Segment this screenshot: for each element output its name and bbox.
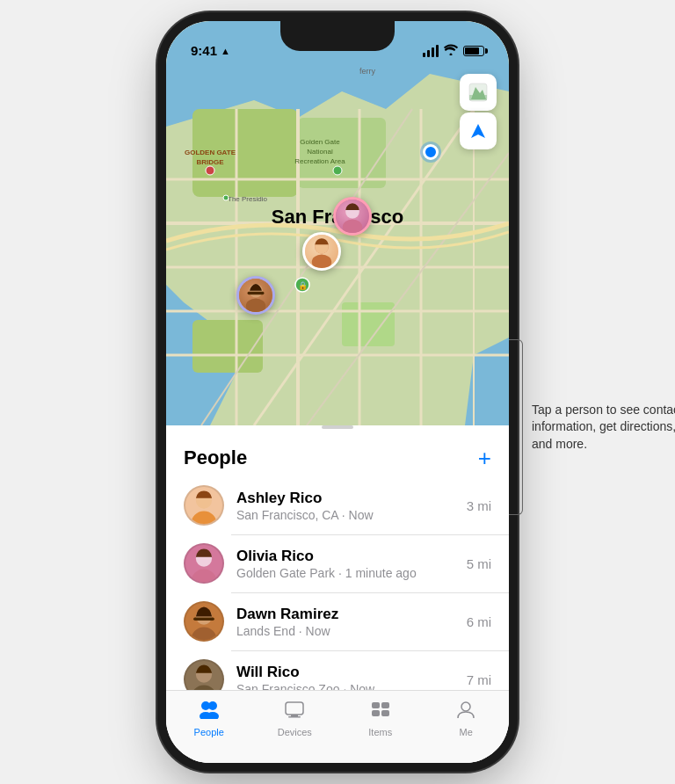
map-controls — [460, 74, 497, 149]
status-time: 9:41 ▲ — [191, 43, 230, 58]
svg-point-30 — [333, 166, 342, 175]
person-distance-dawn: 6 mi — [467, 614, 491, 629]
location-dot — [423, 144, 439, 160]
person-distance-olivia: 5 mi — [467, 556, 491, 571]
person-distance-will: 7 mi — [467, 672, 491, 687]
panel-title: People — [184, 446, 247, 469]
person-item-olivia[interactable]: Olivia Rico Golden Gate Park · 1 minute … — [166, 534, 509, 592]
svg-text:The Presidio: The Presidio — [228, 195, 267, 203]
tab-devices[interactable]: Devices — [252, 700, 338, 737]
annotation-bracket — [509, 339, 523, 515]
svg-rect-62 — [372, 702, 380, 708]
svg-rect-60 — [291, 715, 298, 716]
svg-rect-6 — [192, 320, 263, 373]
status-icons — [423, 44, 484, 58]
people-tab-icon — [198, 700, 221, 724]
drag-handle — [322, 425, 353, 429]
location-indicator: ▲ — [221, 46, 230, 56]
svg-rect-45 — [469, 95, 487, 100]
person-location-olivia: Golden Gate Park · 1 minute ago — [236, 566, 454, 580]
tab-people-label: People — [194, 727, 224, 737]
wifi-icon — [444, 44, 458, 58]
map-avatar-olivia[interactable] — [333, 197, 372, 236]
person-name-olivia: Olivia Rico — [236, 548, 454, 565]
person-avatar-dawn — [184, 601, 224, 642]
svg-point-37 — [343, 219, 362, 234]
person-avatar-olivia — [184, 543, 224, 584]
devices-tab-icon — [283, 700, 306, 724]
location-arrow-button[interactable] — [460, 113, 497, 149]
svg-point-56 — [208, 701, 217, 710]
svg-rect-42 — [248, 292, 265, 294]
me-tab-icon — [454, 700, 477, 724]
svg-rect-7 — [342, 302, 395, 346]
tab-people[interactable]: People — [166, 700, 252, 737]
bottom-panel: People + Ashley Rico San Francisco, CA — [166, 432, 509, 763]
items-tab-icon — [369, 700, 392, 724]
svg-text:ferry: ferry — [359, 67, 376, 76]
svg-text:BRIDGE: BRIDGE — [196, 158, 224, 166]
person-info-olivia: Olivia Rico Golden Gate Park · 1 minute … — [236, 548, 454, 580]
add-person-button[interactable]: + — [478, 446, 491, 469]
svg-point-50 — [191, 627, 216, 642]
map-style-button[interactable] — [460, 74, 497, 111]
signal-bar-3 — [432, 47, 434, 57]
svg-rect-59 — [286, 702, 303, 715]
svg-rect-61 — [288, 716, 301, 718]
person-avatar-ashley — [184, 485, 224, 526]
person-name-will: Will Rico — [236, 664, 454, 681]
svg-point-66 — [461, 702, 470, 711]
map-avatar-dawn[interactable] — [236, 276, 275, 315]
tab-items-label: Items — [368, 727, 392, 737]
tab-items[interactable]: Items — [338, 700, 424, 737]
map-avatar-ashley[interactable] — [302, 232, 341, 271]
person-item-ashley[interactable]: Ashley Rico San Francisco, CA · Now 3 mi — [166, 476, 509, 534]
person-info-ashley: Ashley Rico San Francisco, CA · Now — [236, 490, 454, 522]
svg-rect-63 — [381, 702, 389, 708]
annotation-text: Tap a person to see contact information,… — [532, 402, 675, 454]
svg-point-34 — [312, 254, 331, 269]
person-location-ashley: San Francisco, CA · Now — [236, 508, 454, 522]
person-name-dawn: Dawn Ramirez — [236, 606, 454, 623]
map-area[interactable]: ferry GOLDEN GATE BRIDGE The Presidio Go… — [166, 21, 509, 425]
svg-point-24 — [206, 166, 214, 175]
tab-me[interactable]: Me — [424, 700, 510, 737]
svg-text:🔒: 🔒 — [298, 280, 308, 291]
panel-header: People + — [166, 432, 509, 476]
person-location-dawn: Lands End · Now — [236, 624, 454, 638]
svg-text:GOLDEN GATE: GOLDEN GATE — [185, 149, 236, 156]
svg-text:Golden Gate: Golden Gate — [300, 138, 340, 146]
svg-text:National: National — [307, 148, 333, 156]
tab-devices-label: Devices — [278, 727, 312, 737]
signal-bar-1 — [423, 53, 425, 57]
svg-point-40 — [246, 298, 265, 313]
annotation: Tap a person to see contact information,… — [509, 339, 675, 515]
svg-point-46 — [191, 511, 216, 526]
person-info-dawn: Dawn Ramirez Lands End · Now — [236, 606, 454, 638]
battery-icon — [463, 46, 484, 56]
signal-bar-2 — [427, 50, 430, 57]
svg-rect-52 — [193, 617, 214, 621]
phone-frame: 9:41 ▲ — [166, 21, 509, 763]
time-display: 9:41 — [191, 43, 217, 58]
person-name-ashley: Ashley Rico — [236, 490, 454, 507]
person-distance-ashley: 3 mi — [467, 498, 491, 513]
svg-rect-65 — [381, 710, 389, 716]
signal-bar-4 — [436, 45, 439, 57]
svg-point-26 — [223, 195, 229, 200]
signal-bars — [423, 45, 439, 57]
person-item-dawn[interactable]: Dawn Ramirez Lands End · Now 6 mi — [166, 592, 509, 650]
svg-rect-64 — [372, 710, 380, 716]
svg-text:Recreation Area: Recreation Area — [294, 157, 345, 165]
notch — [280, 21, 395, 51]
tab-bar: People Devices — [166, 690, 509, 763]
svg-point-48 — [191, 569, 216, 584]
tab-me-label: Me — [460, 727, 473, 737]
